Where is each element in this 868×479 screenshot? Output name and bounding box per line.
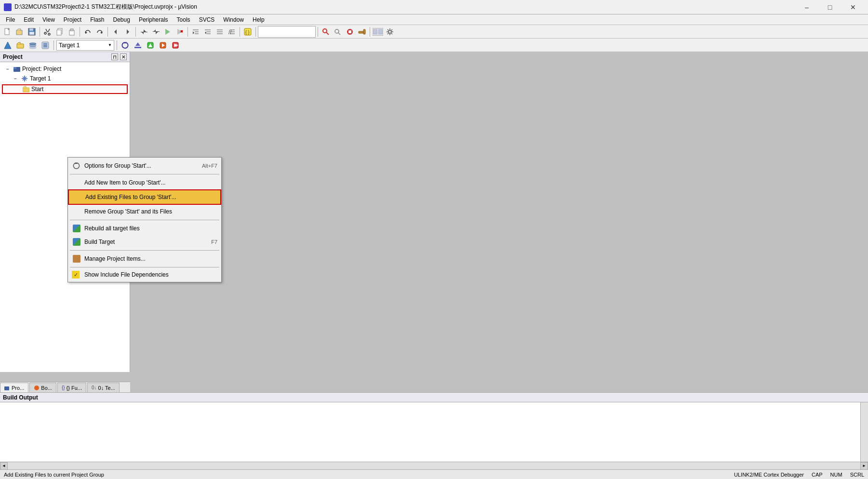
workspace: [130, 52, 868, 372]
nav-back-btn[interactable]: [110, 26, 121, 38]
svg-point-51: [388, 30, 391, 33]
options-for-target-btn[interactable]: [120, 40, 131, 51]
sep-t2-1: [53, 40, 54, 50]
ctx-manage[interactable]: Manage Project Items...: [68, 252, 221, 266]
undo-btn[interactable]: [82, 26, 93, 38]
build-output-content[interactable]: [0, 402, 860, 462]
prev-btn[interactable]: [332, 26, 344, 38]
svg-marker-71: [135, 42, 140, 46]
pin-panel-btn[interactable]: ⊓: [111, 53, 118, 60]
open-folder-btn[interactable]: [14, 40, 26, 51]
ctx-show-include-label: Show Include File Dependencies: [84, 271, 169, 278]
settings-btn[interactable]: [384, 26, 396, 38]
ctx-show-include[interactable]: ✓ Show Include File Dependencies: [68, 269, 221, 280]
svg-rect-50: [379, 29, 382, 34]
open-file-btn[interactable]: [14, 26, 26, 38]
horizontal-scrollbar[interactable]: ◄ ►: [0, 462, 868, 469]
tab-project-icon: [4, 385, 10, 391]
menu-edit[interactable]: Edit: [20, 15, 38, 25]
scroll-right[interactable]: ►: [860, 462, 868, 470]
uncomment-btn[interactable]: //: [226, 26, 238, 38]
close-button[interactable]: ✕: [842, 0, 864, 14]
find-btn[interactable]: [320, 26, 332, 38]
target1-label: Target 1: [30, 75, 51, 82]
stop-debug-btn[interactable]: [170, 40, 181, 51]
menu-view[interactable]: View: [39, 15, 59, 25]
svg-point-85: [34, 386, 39, 390]
ctx-add-new-label: Add New Item to Group 'Start'...: [84, 179, 166, 186]
maximize-button[interactable]: □: [819, 0, 841, 14]
title-text: D:\32MCU\STM32Project\2-1 STM32工程模版\Proj…: [14, 3, 796, 11]
comment-btn[interactable]: [214, 26, 226, 38]
flash-erase-btn[interactable]: [145, 40, 156, 51]
ctx-options-label: Options for Group 'Start'...: [84, 162, 151, 169]
paste-btn[interactable]: [66, 26, 78, 38]
menu-bar: File Edit View Project Flash Debug Perip…: [0, 14, 868, 25]
ctx-rebuild[interactable]: Rebuild all target files: [68, 222, 221, 235]
bookmark-next-btn[interactable]: [150, 26, 161, 38]
minimize-button[interactable]: –: [796, 0, 818, 14]
snippet-btn[interactable]: { }: [242, 26, 254, 38]
nav-fwd-btn[interactable]: [122, 26, 134, 38]
cap-indicator: CAP: [812, 472, 823, 478]
ctx-add-new[interactable]: Add New Item to Group 'Start'...: [68, 176, 221, 189]
svg-point-62: [29, 43, 36, 45]
start-debug-btn[interactable]: [157, 40, 169, 51]
build-small-btn[interactable]: [2, 40, 13, 51]
menu-flash[interactable]: Flash: [86, 15, 108, 25]
tree-start-group[interactable]: Start: [2, 84, 128, 94]
scroll-left[interactable]: ◄: [0, 462, 8, 470]
title-buttons: – □ ✕: [796, 0, 864, 14]
menu-project[interactable]: Project: [60, 15, 85, 25]
redo-btn[interactable]: [94, 26, 106, 38]
find-input[interactable]: [258, 26, 316, 38]
cut-btn[interactable]: [42, 26, 53, 38]
stop-btn[interactable]: [344, 26, 356, 38]
menu-tools[interactable]: Tools: [173, 15, 194, 25]
tab-functions[interactable]: {} {} Fu...: [57, 383, 86, 392]
config-btn[interactable]: [40, 40, 51, 51]
vertical-scrollbar[interactable]: [860, 402, 868, 462]
layer-btn[interactable]: [27, 40, 39, 51]
tab-project[interactable]: Pro...: [0, 383, 28, 392]
tab-books[interactable]: Bo...: [29, 383, 56, 392]
save-btn[interactable]: [26, 26, 38, 38]
menu-peripherals[interactable]: Peripherals: [135, 15, 172, 25]
bookmark-clear-btn[interactable]: [174, 26, 186, 38]
tree-target1[interactable]: − Target 1: [0, 74, 130, 83]
ctx-build[interactable]: Build Target F7: [68, 235, 221, 249]
menu-help[interactable]: Help: [249, 15, 268, 25]
ctx-options-group[interactable]: Options for Group 'Start'... Alt+F7: [68, 159, 221, 173]
new-file-btn[interactable]: [2, 26, 13, 38]
tab-templates-label: 0↓ Te...: [98, 385, 115, 391]
tree-root[interactable]: − Project: Project: [0, 64, 130, 74]
menu-svcs[interactable]: SVCS: [195, 15, 219, 25]
bookmark-btn[interactable]: [162, 26, 174, 38]
tab-project-label: Pro...: [12, 385, 24, 391]
svg-line-41: [326, 32, 329, 35]
build-icon: [72, 237, 81, 247]
download-btn[interactable]: [132, 40, 144, 51]
svg-rect-82: [23, 88, 29, 92]
copy-btn[interactable]: [54, 26, 66, 38]
svg-marker-11: [114, 29, 117, 34]
unindent-btn[interactable]: [202, 26, 214, 38]
display-btn[interactable]: [372, 26, 384, 38]
ctx-remove-group[interactable]: Remove Group 'Start' and its Files: [68, 205, 221, 218]
separator4: [70, 267, 219, 267]
build-output-title: Build Output: [3, 394, 38, 401]
ctx-add-existing[interactable]: Add Existing Files to Group 'Start'...: [68, 189, 221, 205]
build-hammer-btn[interactable]: [356, 26, 368, 38]
tab-templates[interactable]: 0↓ 0↓ Te...: [87, 383, 120, 392]
menu-window[interactable]: Window: [219, 15, 248, 25]
menu-debug[interactable]: Debug: [109, 15, 134, 25]
indent-btn[interactable]: [190, 26, 201, 38]
sep-t2-2: [117, 40, 117, 50]
ctx-build-shortcut: F7: [211, 239, 217, 245]
sep1: [40, 27, 40, 37]
target-dropdown[interactable]: Target 1 ▼: [56, 40, 114, 51]
close-panel-btn[interactable]: ✕: [120, 53, 127, 60]
menu-file[interactable]: File: [2, 15, 19, 25]
sep2: [80, 27, 80, 37]
bookmark-prev-btn[interactable]: [138, 26, 149, 38]
